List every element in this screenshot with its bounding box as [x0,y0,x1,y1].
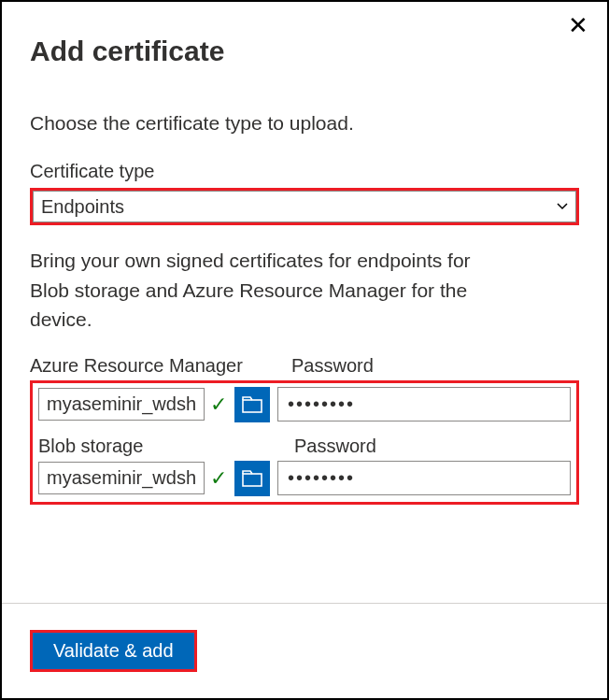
close-icon: ✕ [568,11,588,39]
check-icon: ✓ [210,468,227,489]
blob-browse-button[interactable] [234,461,270,496]
blob-password-input[interactable] [277,461,571,495]
arm-file-input[interactable] [38,388,205,421]
cert-type-label: Certificate type [30,161,579,182]
blob-password-label: Password [294,436,376,457]
cert-type-description: Bring your own signed certificates for e… [30,246,497,335]
svg-rect-1 [243,474,262,486]
blob-label: Blob storage [38,436,294,457]
cert-inputs-group: ✓ Blob storage Password ✓ [30,380,579,505]
cert-type-select[interactable]: Endpoints [33,191,576,222]
intro-text: Choose the certificate type to upload. [30,112,579,135]
arm-label: Azure Resource Manager [30,355,291,377]
arm-browse-button[interactable] [234,387,270,422]
folder-icon [242,396,262,413]
close-button[interactable]: ✕ [564,9,592,41]
arm-password-label: Password [291,355,374,377]
validate-add-button[interactable]: Validate & add [33,633,194,669]
divider [2,603,607,604]
page-title: Add certificate [30,36,579,67]
folder-icon [242,470,262,487]
svg-rect-0 [243,400,262,412]
arm-password-input[interactable] [277,387,571,421]
blob-file-input[interactable] [38,462,205,494]
check-icon: ✓ [210,394,227,415]
